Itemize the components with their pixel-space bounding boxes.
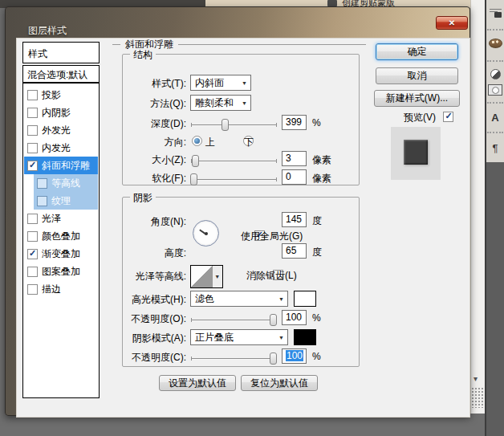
sidebar-item-outer-glow[interactable]: 外发光 xyxy=(24,121,98,139)
checkbox[interactable] xyxy=(27,143,38,153)
slider-thumb[interactable] xyxy=(190,173,197,185)
gloss-contour-picker[interactable]: ▼ xyxy=(190,265,223,288)
chevron-down-icon[interactable]: ▼ xyxy=(278,296,284,302)
checkbox[interactable] xyxy=(27,108,38,118)
soften-unit: 像素 xyxy=(312,172,331,185)
depth-unit: % xyxy=(312,117,321,128)
altitude-label: 高度: xyxy=(120,247,186,260)
slider-thumb[interactable] xyxy=(192,155,199,167)
highlight-mode-select[interactable]: 滤色 ▼ xyxy=(190,291,288,307)
panel-dock xyxy=(486,0,504,162)
altitude-unit: 度 xyxy=(312,246,322,259)
ok-button[interactable]: 确定 xyxy=(376,43,458,60)
sidebar-item-texture[interactable]: 纹理 xyxy=(34,192,98,210)
direction-up-radio[interactable] xyxy=(192,136,202,146)
checkbox[interactable] xyxy=(27,90,38,100)
make-default-button[interactable]: 设置为默认值 xyxy=(159,375,236,391)
character-icon[interactable]: A xyxy=(488,111,502,124)
chevron-down-icon[interactable]: ▼ xyxy=(212,266,222,287)
sidebar-item-contour[interactable]: 等高线 xyxy=(34,174,98,192)
direction-up-label[interactable]: 上 xyxy=(205,136,215,149)
size-slider[interactable] xyxy=(191,161,277,162)
dock-separator xyxy=(487,132,503,133)
preview-thumbnail xyxy=(391,127,441,180)
slider-thumb[interactable] xyxy=(270,352,277,365)
sidebar-item-inner-shadow[interactable]: 内阴影 xyxy=(24,104,98,121)
angle-unit: 度 xyxy=(312,214,322,228)
angle-label: 角度(N): xyxy=(120,215,186,229)
masks-icon[interactable] xyxy=(488,84,502,96)
highlight-color-swatch[interactable] xyxy=(294,291,316,307)
highlight-opacity-slider[interactable] xyxy=(191,320,277,321)
depth-label: 深度(D): xyxy=(120,117,186,131)
preview-swatch-image xyxy=(404,140,428,165)
checkbox[interactable] xyxy=(37,178,47,189)
checkbox[interactable] xyxy=(27,249,38,259)
altitude-input[interactable]: 65 xyxy=(282,243,307,259)
sidebar-item-stroke[interactable]: 描边 xyxy=(24,280,98,298)
antialias-label[interactable]: 消除锯齿(L) xyxy=(246,269,297,283)
checkbox[interactable] xyxy=(27,161,38,171)
checkbox[interactable] xyxy=(37,196,47,206)
soften-input[interactable]: 0 xyxy=(282,169,307,185)
sidebar-item-gradient-overlay[interactable]: 渐变叠加 xyxy=(24,245,98,263)
highlight-opacity-input[interactable]: 100 xyxy=(282,310,307,325)
shadow-opacity-slider[interactable] xyxy=(191,358,277,360)
sidebar-item-blending-options[interactable]: 混合选项:默认 xyxy=(22,65,100,83)
shadow-color-swatch[interactable] xyxy=(294,329,316,345)
chevron-down-icon[interactable]: ▼ xyxy=(278,335,284,340)
checkbox[interactable] xyxy=(27,231,38,242)
scrollbar-strip[interactable] xyxy=(470,0,485,414)
depth-slider[interactable] xyxy=(191,124,277,126)
shadow-mode-label: 阴影模式(A): xyxy=(120,332,186,345)
close-icon[interactable]: ✕ xyxy=(436,16,468,30)
soften-slider[interactable] xyxy=(191,179,277,181)
angle-input[interactable]: 145 xyxy=(282,212,307,227)
clipping-mask-icon xyxy=(327,0,337,6)
sidebar-item-drop-shadow[interactable]: 投影 xyxy=(24,86,98,104)
gloss-contour-label: 光泽等高线: xyxy=(120,270,186,283)
cancel-button[interactable]: 取消 xyxy=(376,67,458,84)
highlight-opacity-unit: % xyxy=(312,312,321,324)
direction-down-label[interactable]: 下 xyxy=(244,136,254,149)
size-input[interactable]: 3 xyxy=(282,151,307,166)
new-style-button[interactable]: 新建样式(W)... xyxy=(374,90,460,107)
slider-thumb[interactable] xyxy=(222,119,229,131)
slider-thumb[interactable] xyxy=(270,314,277,326)
sidebar-item-bevel-emboss[interactable]: 斜面和浮雕 xyxy=(24,157,98,174)
sidebar-item-satin[interactable]: 光泽 xyxy=(24,210,98,227)
chevron-down-icon[interactable]: ▼ xyxy=(242,80,247,86)
soften-label: 软化(F): xyxy=(120,172,186,185)
technique-select[interactable]: 雕刻柔和 ▼ xyxy=(190,95,251,111)
checkbox[interactable] xyxy=(27,125,38,136)
tool-presets-icon[interactable] xyxy=(488,6,502,19)
checkbox[interactable] xyxy=(27,267,38,277)
reset-default-button[interactable]: 复位为默认值 xyxy=(241,375,318,391)
shading-legend: 阴影 xyxy=(130,191,156,205)
chevron-down-icon[interactable]: ▼ xyxy=(242,100,247,106)
depth-input[interactable]: 399 xyxy=(282,115,307,130)
direction-label: 方向: xyxy=(120,136,186,149)
checkbox[interactable] xyxy=(27,214,38,224)
scroll-down-icon[interactable]: ▾ xyxy=(474,374,478,383)
dialog-title: 图层样式 xyxy=(28,24,67,38)
structure-legend: 结构 xyxy=(130,48,156,62)
adjustments-icon[interactable] xyxy=(488,67,502,80)
shadow-mode-select[interactable]: 正片叠底 ▼ xyxy=(190,329,288,345)
paragraph-icon[interactable]: ¶ xyxy=(488,141,502,154)
sidebar-item-color-overlay[interactable]: 颜色叠加 xyxy=(24,227,98,245)
highlight-opacity-label: 不透明度(O): xyxy=(120,312,186,326)
resize-grip[interactable] xyxy=(471,387,485,408)
dock-separator xyxy=(487,60,503,62)
swatches-icon[interactable] xyxy=(488,37,502,50)
use-global-light-label[interactable]: 使用全局光(G) xyxy=(241,230,303,243)
sidebar-item-inner-glow[interactable]: 内发光 xyxy=(24,139,98,157)
preview-label[interactable]: 预览(V) xyxy=(404,111,436,124)
styles-list: 投影 内阴影 外发光 内发光 斜面和浮雕 等高线 纹理 光泽 颜色叠加 渐变 xyxy=(22,83,100,398)
angle-dial[interactable] xyxy=(193,220,219,247)
shadow-opacity-input[interactable]: 100 xyxy=(282,348,307,364)
preview-checkbox[interactable] xyxy=(443,112,453,122)
sidebar-item-pattern-overlay[interactable]: 图案叠加 xyxy=(24,263,98,280)
style-select[interactable]: 内斜面 ▼ xyxy=(190,75,251,91)
checkbox[interactable] xyxy=(27,284,38,295)
